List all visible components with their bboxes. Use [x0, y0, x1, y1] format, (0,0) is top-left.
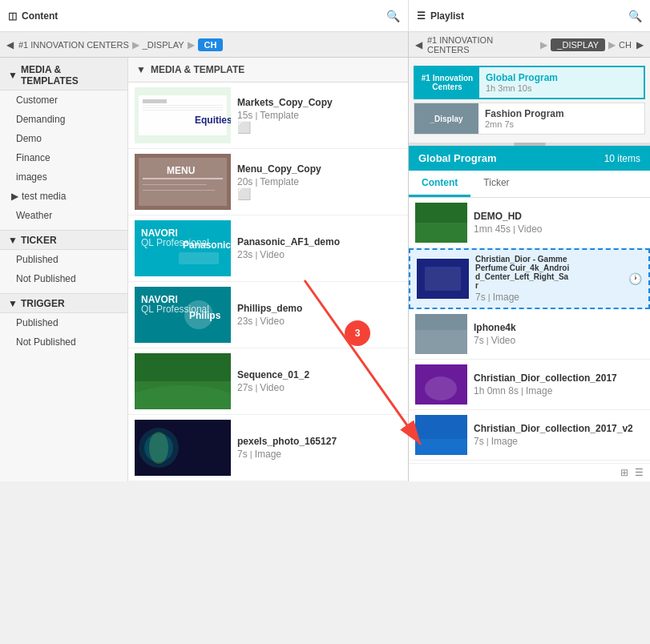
- svg-rect-4: [143, 107, 223, 108]
- media-name-phillips: Phillips_demo: [237, 303, 402, 314]
- program-items: DEMO_HD 1mn 45s | Video Christian_Dior -…: [409, 198, 650, 463]
- sidebar-item-demo[interactable]: Demo: [0, 129, 127, 148]
- content-crumb-1: #1 INNOVATION CENTERS: [18, 40, 129, 50]
- program-item-dior-2017: Christian_Dior_collection_2017 1h 0mn 8s…: [409, 360, 650, 410]
- list-icon[interactable]: ☰: [635, 467, 644, 478]
- media-info-pexels: pexels_photo_165127 7s | Image: [237, 436, 402, 460]
- channel-label-innovation: #1 InnovationCenters: [415, 67, 479, 98]
- playlist-item-innovation[interactable]: #1 InnovationCenters Global Program 1h 3…: [414, 66, 645, 99]
- media-thumb-sequence: [135, 353, 231, 409]
- svg-rect-24: [135, 353, 231, 381]
- trigger-section[interactable]: ▼ TRIGGER: [0, 293, 127, 313]
- media-templates-section[interactable]: ▼ MEDIA & TEMPLATES: [0, 58, 127, 91]
- playlist-duration-fashion: 2mn 7s: [485, 119, 638, 129]
- svg-point-25: [135, 385, 231, 409]
- tab-ticker[interactable]: Ticker: [470, 171, 522, 197]
- program-item-iphone4k: Iphone4k 7s | Video: [409, 309, 650, 360]
- prog-name-demo-hd: DEMO_HD: [474, 211, 644, 222]
- playlist-nav-next[interactable]: ▶: [635, 38, 645, 52]
- svg-rect-10: [143, 178, 223, 179]
- media-info-panasonic: Panasonic_AF1_demo 23s | Video: [237, 236, 402, 260]
- media-meta-menu: 20s | Template: [237, 176, 402, 187]
- sidebar-item-test-media[interactable]: ▶ test media: [0, 187, 127, 206]
- svg-rect-11: [143, 184, 207, 185]
- svg-rect-2: [143, 99, 167, 103]
- media-thumb-menu: MENU: [135, 154, 231, 210]
- media-name-panasonic: Panasonic_AF1_demo: [237, 236, 402, 248]
- media-thumb-pexels: [135, 420, 231, 476]
- media-thumb-markets: Equities: [135, 87, 231, 143]
- playlist-item-display[interactable]: _Display Fashion Program 2mn 7s: [414, 103, 645, 135]
- sidebar-item-finance[interactable]: Finance: [0, 148, 127, 167]
- template-icon-menu: ⬜: [237, 187, 402, 200]
- playlist-search-button[interactable]: 🔍: [628, 10, 642, 22]
- media-info-phillips: Phillips_demo 23s | Video: [237, 303, 402, 327]
- media-name-markets: Markets_Copy_Copy: [237, 97, 402, 108]
- playlist-panel-title: ☰ Playlist: [417, 10, 464, 22]
- media-name-menu: Menu_Copy_Copy: [237, 163, 402, 175]
- media-item-pexels: pexels_photo_165127 7s | Image: [128, 415, 408, 481]
- playlist-duration-global: 1h 3mn 10s: [486, 83, 637, 93]
- media-item-sequence: Sequence_01_2 27s | Video: [128, 348, 408, 415]
- prog-thumb-dior-2017-v2: [415, 415, 467, 455]
- ticker-section[interactable]: ▼ TICKER: [0, 230, 127, 250]
- media-item-panasonic: NAVORIQL ProfessionalPanasonic Panasonic…: [128, 215, 408, 282]
- playlist-crumb-2[interactable]: _DISPLAY: [551, 38, 605, 51]
- playlist-nav-prev[interactable]: ◀: [414, 38, 424, 52]
- prog-name-iphone4k: Iphone4k: [474, 322, 644, 333]
- media-item-phillips: NAVORIQL ProfessionalPhilips Phillips_de…: [128, 282, 408, 348]
- svg-rect-5: [143, 110, 223, 111]
- svg-text:Equities: Equities: [195, 115, 231, 126]
- svg-text:Panasonic: Panasonic: [183, 239, 231, 251]
- program-item-demo-hd: DEMO_HD 1mn 45s | Video: [409, 198, 650, 248]
- expand-icon-list: ▼: [136, 64, 146, 75]
- svg-rect-35: [415, 330, 467, 354]
- playlist-crumb-1: #1 INNOVATION CENTERS: [427, 35, 537, 54]
- playlist-icon: ☰: [417, 10, 426, 22]
- sidebar-item-weather[interactable]: Weather: [0, 206, 127, 225]
- content-crumb-3[interactable]: CH: [198, 38, 224, 51]
- svg-point-29: [149, 432, 168, 464]
- arrow-icon-trigger: ▼: [8, 298, 18, 309]
- media-name-pexels: pexels_photo_165127: [237, 436, 402, 447]
- program-count: 10 items: [604, 153, 640, 164]
- bottom-toolbar: ⊞ ☰: [409, 463, 650, 481]
- media-name-sequence: Sequence_01_2: [237, 369, 402, 380]
- media-meta-phillips: 23s | Video: [237, 316, 402, 327]
- media-item-markets: Equities Markets_Copy_Copy 15s | Templat…: [128, 83, 408, 149]
- prog-thumb-dior-2017: [415, 364, 467, 405]
- playlist-title-fashion: Fashion Program: [485, 108, 638, 119]
- program-item-dior-2017-v2: Christian_Dior_collection_2017_v2 7s | I…: [409, 410, 650, 461]
- svg-text:Philips: Philips: [189, 310, 221, 321]
- media-info-sequence: Sequence_01_2 27s | Video: [237, 369, 402, 393]
- sidebar-item-ticker-published[interactable]: Published: [0, 250, 127, 269]
- playlist-crumb-3: CH: [619, 40, 632, 50]
- media-meta-panasonic: 23s | Video: [237, 249, 402, 260]
- program-tabs: Content Ticker: [409, 171, 650, 198]
- sidebar-item-images[interactable]: images: [0, 167, 127, 187]
- sidebar-item-ticker-not-published[interactable]: Not Published: [0, 269, 127, 288]
- svg-rect-31: [415, 203, 467, 223]
- prog-thumb-iphone4k: [415, 314, 467, 354]
- tab-content[interactable]: Content: [409, 171, 470, 197]
- prog-name-dior-perfume: Christian_Dior - Gamme Perfume Cuir_4k_A…: [475, 255, 571, 290]
- media-item-menu: MENU Menu_Copy_Copy 20s | Template ⬜: [128, 149, 408, 215]
- sidebar-item-demanding[interactable]: Demanding: [0, 110, 127, 129]
- prog-meta-iphone4k: 7s | Video: [474, 335, 644, 346]
- content-nav-prev[interactable]: ◀: [5, 38, 15, 52]
- clock-icon: 🕐: [628, 272, 642, 285]
- content-crumb-2: _DISPLAY: [143, 40, 184, 50]
- program-title: Global Program: [418, 152, 497, 164]
- sidebar-item-trigger-published[interactable]: Published: [0, 313, 127, 332]
- playlist-title-global: Global Program: [486, 72, 637, 83]
- sidebar-item-trigger-not-published[interactable]: Not Published: [0, 332, 127, 352]
- media-meta-markets: 15s | Template: [237, 110, 402, 121]
- content-panel-title: ◫ Content: [8, 10, 58, 22]
- prog-name-dior-2017: Christian_Dior_collection_2017: [474, 372, 644, 384]
- program-item-dior-perfume: Christian_Dior - Gamme Perfume Cuir_4k_A…: [409, 248, 650, 309]
- expand-icon: ▶: [11, 191, 18, 202]
- sidebar-item-customer[interactable]: Customer: [0, 91, 127, 110]
- grid-icon[interactable]: ⊞: [620, 467, 628, 478]
- prog-name-dior-2017-v2: Christian_Dior_collection_2017_v2: [474, 423, 644, 434]
- content-search-button[interactable]: 🔍: [386, 10, 400, 22]
